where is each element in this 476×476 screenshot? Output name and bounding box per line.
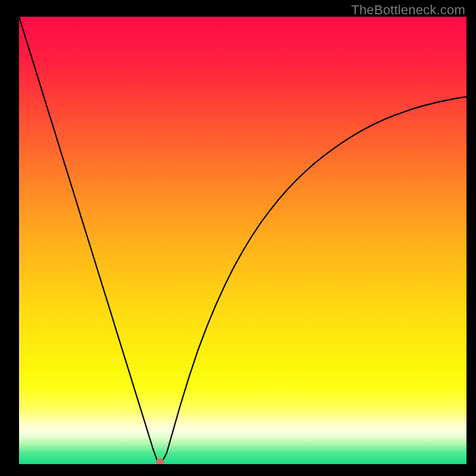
watermark-text: TheBottleneck.com: [351, 2, 465, 18]
chart-plot-area: [19, 17, 466, 464]
chart-curve-line: [19, 17, 466, 464]
chart-minimum-marker: [156, 459, 164, 465]
